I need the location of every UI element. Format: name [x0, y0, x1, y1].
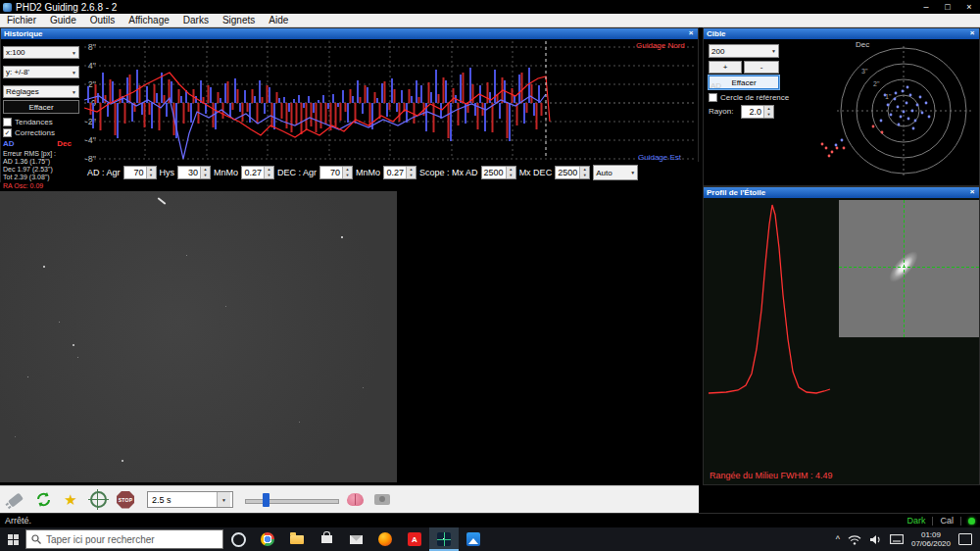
- taskbar-firefox-button[interactable]: [370, 527, 400, 551]
- ring-label-3: 3": [861, 68, 867, 75]
- ra-aggression-spinner[interactable]: 70▲▼: [123, 166, 157, 179]
- corrections-checkbox[interactable]: ✓ Corrections: [3, 127, 84, 137]
- loop-arrows-icon: [35, 491, 52, 508]
- guide-button[interactable]: [86, 488, 110, 512]
- mx-ad-value: 2500: [482, 167, 506, 178]
- stop-button[interactable]: STOP: [114, 488, 137, 512]
- settings-dropdown[interactable]: Réglages▼: [3, 85, 79, 98]
- hys-label: Hys: [160, 168, 175, 177]
- tray-chevron-icon[interactable]: ^: [836, 534, 840, 544]
- spin-down-icon[interactable]: ▼: [201, 173, 210, 178]
- slider-thumb[interactable]: [263, 493, 270, 507]
- close-button[interactable]: ×: [958, 0, 980, 14]
- menu-affichage[interactable]: Affichage: [122, 14, 176, 27]
- taskbar-phd2-button[interactable]: [429, 527, 459, 551]
- divider: [960, 517, 961, 526]
- checkbox-box: ✓: [3, 128, 12, 137]
- acrobat-icon: A: [408, 532, 421, 546]
- profile-title-text: Profil de l'Étoile: [707, 188, 765, 197]
- spin-down-icon[interactable]: ▼: [507, 173, 515, 178]
- spin-down-icon[interactable]: ▼: [580, 173, 589, 178]
- gamma-slider[interactable]: [245, 490, 339, 510]
- x-scale-dropdown[interactable]: x:100▼: [3, 46, 79, 59]
- wifi-icon[interactable]: [848, 534, 861, 545]
- scope-mxad-label: Scope : Mx AD: [419, 168, 478, 177]
- brain-settings-button[interactable]: [343, 488, 367, 512]
- chevron-down-icon: ▼: [217, 492, 230, 507]
- stop-sign-icon: STOP: [117, 491, 134, 509]
- taskbar-cortana-button[interactable]: [223, 527, 253, 551]
- phd2-icon: [437, 532, 451, 546]
- star-closeup-image: [839, 200, 979, 337]
- target-zoom-out-button[interactable]: -: [744, 61, 779, 74]
- history-close-icon[interactable]: ×: [686, 28, 696, 38]
- spin-down-icon[interactable]: ▼: [407, 173, 416, 178]
- target-zoom-in-button[interactable]: +: [709, 61, 742, 74]
- photos-icon: [466, 532, 480, 546]
- radius-spinner[interactable]: 2.0▲▼: [741, 105, 774, 119]
- menu-outils[interactable]: Outils: [83, 14, 122, 27]
- auto-select-star-button[interactable]: ★: [59, 488, 82, 512]
- menu-aide[interactable]: Aide: [262, 14, 295, 27]
- target-zoom-dropdown[interactable]: 200▼: [709, 44, 779, 58]
- speaker-icon[interactable]: [869, 534, 882, 545]
- taskbar-chrome-button[interactable]: [253, 527, 282, 551]
- hysteresis-spinner[interactable]: 30▲▼: [177, 166, 211, 179]
- dec-agr-value: 70: [320, 167, 342, 178]
- ra-minmove-spinner[interactable]: 0.27▲▼: [241, 166, 274, 179]
- search-placeholder: Taper ici pour rechercher: [46, 534, 155, 545]
- star-field-image[interactable]: [0, 191, 397, 482]
- y-scale-dropdown[interactable]: y: +/-8'▼: [3, 66, 79, 78]
- maximize-button[interactable]: □: [937, 0, 958, 14]
- keyboard-icon[interactable]: [890, 534, 904, 544]
- connect-equipment-button[interactable]: [4, 488, 27, 512]
- firefox-icon: [378, 532, 392, 546]
- dec-mode-dropdown[interactable]: Auto▼: [593, 165, 638, 180]
- target-zoom-value: 200: [711, 47, 724, 56]
- max-dec-duration-spinner[interactable]: 2500▲▼: [555, 166, 590, 179]
- camera-settings-button[interactable]: [370, 488, 394, 512]
- dec-aggression-spinner[interactable]: 70▲▼: [319, 166, 353, 179]
- chevron-down-icon: ▼: [72, 50, 76, 56]
- max-ra-duration-spinner[interactable]: 2500▲▼: [481, 166, 516, 179]
- check-icon: ✓: [5, 129, 11, 136]
- spin-down-icon[interactable]: ▼: [764, 112, 773, 118]
- search-icon: [31, 534, 41, 544]
- reference-circle-checkbox[interactable]: Cercle de référence: [709, 92, 789, 102]
- menu-fichier[interactable]: Fichier: [0, 14, 43, 27]
- spin-down-icon[interactable]: ▼: [343, 173, 352, 178]
- exposure-select[interactable]: 2.5 s ▼: [147, 491, 233, 508]
- taskbar-mail-button[interactable]: [341, 527, 370, 551]
- history-panel-title: Historique ×: [1, 28, 698, 39]
- star-icon: ★: [64, 492, 76, 507]
- camera-gear-icon: [374, 494, 390, 505]
- history-title-text: Historique: [4, 29, 43, 38]
- minimize-button[interactable]: –: [915, 0, 937, 14]
- menu-guide[interactable]: Guide: [43, 14, 83, 27]
- profile-close-icon[interactable]: ×: [967, 187, 977, 197]
- crosshair-horizontal: [839, 267, 979, 268]
- cortana-icon: [231, 532, 246, 547]
- loop-exposures-button[interactable]: [31, 488, 55, 512]
- chevron-down-icon: ▼: [72, 70, 76, 75]
- ra-mnmo-value: 0.27: [242, 167, 264, 178]
- action-center-icon[interactable]: [958, 533, 972, 545]
- target-close-icon[interactable]: ×: [967, 28, 977, 38]
- start-button[interactable]: [0, 527, 25, 551]
- history-clear-button[interactable]: Effacer: [3, 100, 79, 114]
- taskbar-explorer-button[interactable]: [282, 527, 312, 551]
- ra-agr-label: AD : Agr: [87, 168, 121, 177]
- taskbar-acrobat-button[interactable]: A: [400, 527, 429, 551]
- menu-signets[interactable]: Signets: [216, 14, 262, 27]
- taskbar-clock[interactable]: 01:09 07/06/2020: [911, 530, 951, 548]
- menu-darks[interactable]: Darks: [176, 14, 216, 27]
- dec-minmove-spinner[interactable]: 0.27▲▼: [383, 166, 416, 179]
- taskbar-photos-button[interactable]: [459, 527, 488, 551]
- system-tray: ^ 01:09 07/06/2020: [836, 530, 980, 548]
- spin-down-icon[interactable]: ▼: [265, 173, 273, 178]
- rms-dec-value: Dec 1.97 (2.53"): [3, 166, 84, 174]
- taskbar-search-input[interactable]: Taper ici pour rechercher: [25, 529, 223, 549]
- trends-checkbox[interactable]: Tendances: [3, 117, 84, 126]
- spin-down-icon[interactable]: ▼: [147, 173, 156, 178]
- taskbar-store-button[interactable]: [312, 527, 341, 551]
